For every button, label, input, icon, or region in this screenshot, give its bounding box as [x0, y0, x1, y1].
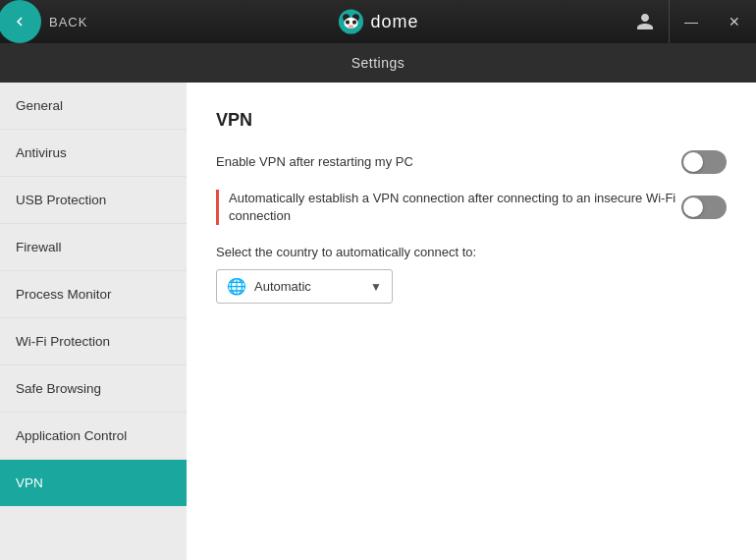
sidebar-item-firewall[interactable]: Firewall	[0, 224, 187, 271]
country-dropdown[interactable]: 🌐 Automatic ▼	[216, 269, 393, 304]
sidebar-item-usb-protection[interactable]: USB Protection	[0, 177, 187, 224]
title-bar-controls: — ✕	[621, 0, 756, 43]
title-bar: BACK dome — ✕	[0, 0, 756, 43]
content-area: VPN Enable VPN after restarting my PC Au…	[187, 83, 756, 560]
logo-text: dome	[370, 12, 418, 32]
settings-bar: Settings	[0, 43, 756, 83]
svg-point-6	[349, 25, 354, 28]
toggle2-switch[interactable]	[681, 196, 727, 219]
sidebar-item-wifi-protection[interactable]: Wi-Fi Protection	[0, 318, 187, 365]
back-label: BACK	[49, 15, 87, 29]
sidebar-item-application-control[interactable]: Application Control	[0, 413, 187, 460]
logo-area: dome	[337, 8, 418, 35]
dropdown-label: Select the country to automatically conn…	[216, 245, 727, 259]
sidebar-item-vpn[interactable]: VPN	[0, 460, 187, 507]
setting-row-toggle2: Automatically establish a VPN connection…	[216, 190, 727, 225]
logo-icon	[337, 8, 364, 35]
globe-icon: 🌐	[227, 277, 246, 296]
minimize-button[interactable]: —	[670, 0, 713, 43]
sidebar-item-antivirus[interactable]: Antivirus	[0, 130, 187, 177]
user-icon	[635, 12, 655, 31]
svg-point-5	[352, 21, 356, 25]
user-account-button[interactable]	[621, 0, 670, 43]
svg-point-4	[346, 21, 350, 25]
main-layout: General Antivirus USB Protection Firewal…	[0, 83, 756, 560]
dropdown-arrow-icon: ▼	[370, 280, 382, 294]
close-button[interactable]: ✕	[713, 0, 756, 43]
toggle1-label: Enable VPN after restarting my PC	[216, 153, 413, 171]
toggle1-switch[interactable]	[681, 150, 727, 174]
section-title: VPN	[216, 110, 727, 131]
sidebar: General Antivirus USB Protection Firewal…	[0, 83, 187, 560]
sidebar-item-process-monitor[interactable]: Process Monitor	[0, 271, 187, 318]
dropdown-selected-value: Automatic	[254, 279, 362, 294]
sidebar-item-safe-browsing[interactable]: Safe Browsing	[0, 365, 187, 413]
setting-row-toggle1: Enable VPN after restarting my PC	[216, 150, 727, 174]
toggle1-thumb	[683, 152, 703, 172]
back-button[interactable]	[0, 0, 41, 43]
settings-title: Settings	[351, 55, 405, 71]
sidebar-item-general[interactable]: General	[0, 83, 187, 130]
dropdown-section: Select the country to automatically conn…	[216, 245, 727, 304]
toggle2-label: Automatically establish a VPN connection…	[229, 190, 681, 225]
